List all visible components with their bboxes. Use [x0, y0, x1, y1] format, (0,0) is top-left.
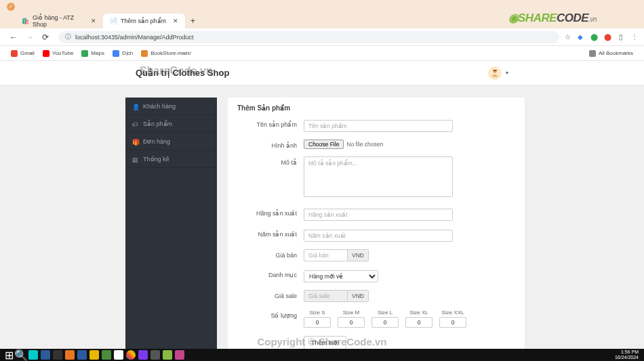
size-label: Size M	[343, 310, 359, 316]
size-xl-input[interactable]	[405, 317, 432, 328]
app-main: 👤 Khách hàng 🏷 Sản phẩm 🎁 Đơn hàng ▤ Thố…	[0, 85, 644, 361]
category-select[interactable]: Hàng mới về	[304, 270, 378, 282]
bookmark-maps[interactable]: Maps	[77, 50, 108, 57]
browser-tab-active[interactable]: 📄 Thêm sản phẩm ✕	[103, 14, 185, 28]
taskbar-clock[interactable]: 1:56 PM 10/24/2024	[615, 349, 641, 360]
search-icon[interactable]: 🔍	[16, 350, 26, 360]
taskbar-app-icon[interactable]	[163, 350, 172, 360]
sidebar-item-label: Khách hàng	[143, 103, 176, 110]
extension-icon[interactable]: ▯	[617, 33, 625, 41]
taskbar-app-icon[interactable]	[53, 350, 62, 360]
taskbar-app-icon[interactable]	[77, 350, 87, 360]
submit-button[interactable]: Thêm mới	[304, 336, 346, 349]
size-label: Size L	[378, 310, 393, 316]
taskbar-app-icon[interactable]	[102, 350, 111, 360]
currency-addon: VNĐ	[348, 249, 369, 261]
taskbar: ⊞ 🔍 1:56 PM 10/24/2024	[0, 349, 644, 361]
taskbar-app-icon[interactable]	[28, 350, 38, 360]
size-xxl-input[interactable]	[439, 317, 466, 328]
taskbar-app-icon[interactable]	[150, 350, 160, 360]
browser-tabs: 🛍️ Giỏ hàng - ATZ Shop ✕ 📄 Thêm sản phẩm…	[0, 14, 644, 28]
window-titlebar: ✓	[0, 0, 644, 14]
taskbar-app-icon[interactable]	[65, 350, 75, 360]
page-icon: 📄	[110, 18, 117, 24]
star-icon[interactable]: ☆	[565, 33, 571, 41]
extension-icon[interactable]: ⋮	[630, 33, 639, 41]
url-text: localhost:30435/admin/Manage/AddProduct	[75, 34, 194, 41]
forward-button[interactable]: →	[22, 33, 38, 42]
tab-title: Giỏ hàng - ATZ Shop	[33, 14, 84, 28]
extension-icon[interactable]: ⬤	[603, 33, 611, 41]
label-desc: Mô tả	[237, 156, 297, 166]
browser-tab-inactive[interactable]: 🛍️ Giỏ hàng - ATZ Shop ✕	[15, 14, 103, 28]
product-name-input[interactable]	[304, 120, 453, 132]
sidebar-item-products[interactable]: 🏷 Sản phẩm	[125, 115, 217, 133]
bookmark-youtube[interactable]: YouTube	[39, 50, 77, 57]
label-image: Hình ảnh	[237, 140, 297, 149]
new-tab-button[interactable]: +	[185, 14, 201, 28]
maps-icon	[81, 50, 88, 57]
folder-icon	[141, 50, 148, 57]
avatar[interactable]	[488, 66, 502, 80]
all-bookmarks-button[interactable]: All Bookmarks	[585, 50, 637, 57]
bookmark-translate[interactable]: Dịch	[108, 50, 137, 57]
user-icon: 👤	[132, 104, 138, 109]
bookmark-bookstore[interactable]: BookStore-main/	[137, 50, 195, 57]
user-avatar-icon	[490, 68, 500, 78]
description-input[interactable]	[304, 156, 453, 197]
size-m-input[interactable]	[338, 317, 365, 328]
label-price: Giá bán	[237, 249, 297, 259]
svg-rect-1	[493, 70, 497, 71]
size-label: Size XL	[409, 310, 428, 316]
extension-icon[interactable]: ◆	[576, 33, 584, 41]
size-l-input[interactable]	[371, 317, 399, 328]
taskbar-app-icon[interactable]	[138, 350, 148, 360]
taskbar-app-icon[interactable]	[89, 350, 99, 360]
sidebar-item-label: Sản phẩm	[143, 121, 172, 127]
sidebar-item-orders[interactable]: 🎁 Đơn hàng	[125, 133, 217, 150]
sale-price-input	[304, 290, 348, 302]
site-info-icon: ⓘ	[65, 33, 71, 41]
address-bar[interactable]: ⓘ localhost:30435/admin/Manage/AddProduc…	[58, 31, 559, 43]
gift-icon: 🎁	[132, 139, 138, 144]
reload-button[interactable]: ⟳	[38, 33, 53, 42]
taskbar-app-icon[interactable]	[41, 350, 50, 360]
currency-addon: VNĐ	[348, 290, 369, 302]
label-name: Tên sản phẩm	[237, 119, 297, 128]
size-label: Size XXL	[442, 310, 464, 316]
taskbar-app-icon[interactable]	[126, 350, 136, 360]
content-panel: Thêm Sản phẩm Tên sản phẩm Hình ảnh Choo…	[228, 98, 525, 361]
price-input[interactable]	[304, 249, 348, 261]
start-button[interactable]: ⊞	[4, 350, 14, 360]
label-year: Năm sản xuất	[237, 228, 297, 238]
bookmark-gmail[interactable]: Gmail	[7, 50, 39, 57]
tag-icon: 🏷	[132, 121, 138, 127]
close-icon[interactable]: ✕	[173, 18, 178, 24]
sidebar-item-label: Thống kê	[143, 156, 169, 163]
size-label: Size S	[309, 310, 325, 316]
choose-file-button[interactable]: Choose File	[304, 140, 344, 149]
chart-icon: ▤	[132, 156, 138, 162]
label-qty: Số lượng	[237, 310, 297, 319]
close-icon[interactable]: ✕	[91, 18, 96, 24]
label-sale: Giá sale	[237, 290, 297, 299]
manufacturer-input[interactable]	[304, 209, 453, 221]
size-s-input[interactable]	[304, 317, 331, 328]
back-button[interactable]: ←	[5, 33, 22, 42]
sidebar: 👤 Khách hàng 🏷 Sản phẩm 🎁 Đơn hàng ▤ Thố…	[125, 98, 217, 361]
translate-icon	[113, 50, 119, 57]
tab-title: Thêm sản phẩm	[121, 18, 166, 24]
year-input[interactable]	[304, 230, 453, 242]
sidebar-item-stats[interactable]: ▤ Thống kê	[125, 150, 217, 168]
form-heading: Thêm Sản phẩm	[237, 104, 515, 112]
taskbar-app-icon[interactable]	[175, 350, 184, 360]
page-title: Quản trị Clothes Shop	[136, 68, 229, 78]
extension-icon[interactable]: ⬤	[590, 33, 598, 41]
taskbar-app-icon[interactable]	[114, 350, 123, 360]
gmail-icon	[11, 50, 18, 57]
sidebar-item-customers[interactable]: 👤 Khách hàng	[125, 98, 217, 115]
chevron-down-icon[interactable]: ▾	[506, 70, 508, 76]
folder-icon	[589, 50, 596, 57]
sidebar-item-label: Đơn hàng	[143, 138, 170, 145]
cart-icon: 🛍️	[22, 18, 28, 24]
